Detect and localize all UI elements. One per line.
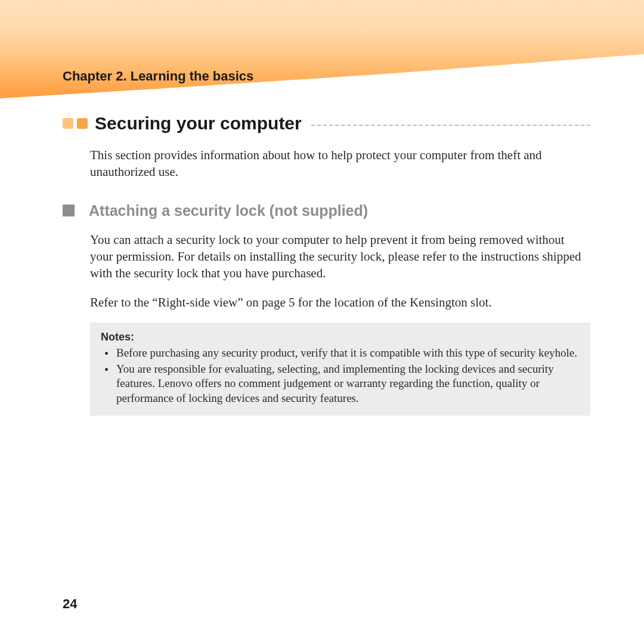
note-item: You are responsible for evaluating, sele… [101,362,580,406]
section-title: Securing your computer [95,113,302,134]
square-icon [63,118,73,129]
body-paragraph: You can attach a security lock to your c… [90,231,590,282]
notes-list: Before purchasing any security product, … [101,346,580,406]
body-paragraph: Refer to the “Right-side view” on page 5… [90,294,590,311]
page-content: Securing your computer This section prov… [63,113,590,416]
section-bullet-icon [63,118,88,129]
chapter-heading: Chapter 2. Learning the basics [63,69,253,84]
square-icon [63,205,75,216]
section-intro: This section provides information about … [90,147,590,181]
notes-label: Notes: [101,331,580,343]
square-icon [77,118,88,129]
subsection-header: Attaching a security lock (not supplied) [63,202,590,219]
dashed-rule [311,125,590,126]
subsection-title: Attaching a security lock (not supplied) [89,202,368,219]
notes-box: Notes: Before purchasing any security pr… [90,323,590,416]
section-header: Securing your computer [63,113,590,134]
note-item: Before purchasing any security product, … [101,346,580,361]
page-number: 24 [63,596,77,612]
